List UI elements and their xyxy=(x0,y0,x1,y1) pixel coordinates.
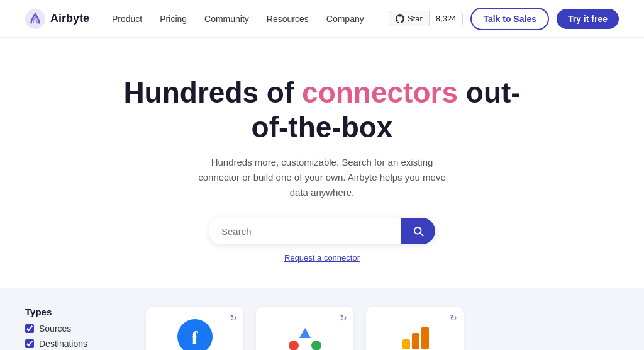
nav-product[interactable]: Product xyxy=(112,14,142,24)
connector-google-ads[interactable]: ↻ Google Ads Advertising xyxy=(256,307,353,350)
nav-links: Product Pricing Community Resources Comp… xyxy=(112,14,389,24)
sources-checkbox-input[interactable] xyxy=(25,324,34,333)
refresh-icon-google-ads: ↻ xyxy=(340,313,347,323)
content-area: Types Sources Destinations Categories Al… xyxy=(0,288,644,350)
destinations-label: Destinations xyxy=(39,339,87,349)
hero-section: Hundreds of connectors out-of-the-box Hu… xyxy=(0,38,644,288)
nav-pricing[interactable]: Pricing xyxy=(160,14,187,24)
connectors-grid: ↻ f Facebook Marketing Advertising ↻ xyxy=(146,307,464,350)
svg-rect-7 xyxy=(402,339,410,349)
github-icon xyxy=(396,14,404,23)
svg-line-2 xyxy=(420,234,423,236)
github-star-button[interactable]: Star 8,324 xyxy=(389,11,463,26)
google-analytics-logo-svg xyxy=(399,320,431,350)
svg-point-5 xyxy=(311,341,321,350)
types-title: Types xyxy=(25,307,126,317)
logo[interactable]: Airbyte xyxy=(25,9,89,29)
svg-point-6 xyxy=(289,341,299,350)
svg-rect-9 xyxy=(421,327,429,349)
connector-facebook-marketing[interactable]: ↻ f Facebook Marketing Advertising xyxy=(146,307,243,350)
facebook-f-letter: f xyxy=(192,326,198,347)
search-icon xyxy=(413,225,424,237)
sources-checkbox[interactable]: Sources xyxy=(25,324,126,334)
nav-company[interactable]: Company xyxy=(326,14,364,24)
logo-icon xyxy=(25,9,45,29)
sidebar: Types Sources Destinations Categories Al… xyxy=(25,307,126,350)
search-button[interactable] xyxy=(401,218,435,244)
search-input[interactable] xyxy=(209,218,401,244)
refresh-icon-google-analytics: ↻ xyxy=(450,313,457,323)
sources-label: Sources xyxy=(39,324,71,334)
svg-point-0 xyxy=(25,9,45,29)
github-star-text: Star xyxy=(408,14,423,23)
request-connector-link[interactable]: Request a connector xyxy=(13,253,631,262)
nav-right: Star 8,324 Talk to Sales Try it free xyxy=(389,8,619,30)
github-star-count: 8,324 xyxy=(430,11,463,26)
connector-google-analytics[interactable]: ↻ Google Analytics Analytics xyxy=(366,307,464,350)
refresh-icon-facebook: ↻ xyxy=(230,313,237,323)
brand-name: Airbyte xyxy=(50,12,89,25)
talk-to-sales-button[interactable]: Talk to Sales xyxy=(470,8,549,30)
hero-subtext: Hundreds more, customizable. Search for … xyxy=(190,155,454,200)
headline-highlight: connectors xyxy=(302,76,458,109)
destinations-checkbox[interactable]: Destinations xyxy=(25,339,126,349)
facebook-logo: f xyxy=(177,319,213,350)
google-analytics-logo xyxy=(397,319,433,350)
svg-rect-8 xyxy=(412,333,419,349)
navbar: Airbyte Product Pricing Community Resour… xyxy=(0,0,644,38)
search-container xyxy=(13,218,631,244)
google-ads-logo xyxy=(287,319,323,350)
nav-resources[interactable]: Resources xyxy=(267,14,309,24)
nav-community[interactable]: Community xyxy=(204,14,249,24)
hero-headline: Hundreds of connectors out-of-the-box xyxy=(121,76,523,145)
google-ads-logo-svg xyxy=(289,320,321,350)
headline-before: Hundreds of xyxy=(123,76,302,109)
try-it-free-button[interactable]: Try it free xyxy=(557,9,619,29)
github-star-label: Star xyxy=(389,11,430,26)
destinations-checkbox-input[interactable] xyxy=(25,339,34,348)
search-box xyxy=(209,218,435,244)
